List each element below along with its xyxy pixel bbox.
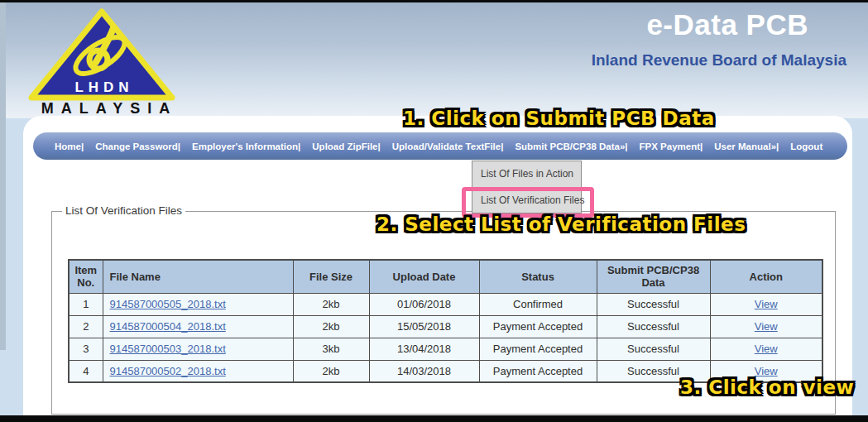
cell-item-no: 1 [69, 293, 103, 315]
nav-item-change-password[interactable]: Change Password| [95, 141, 180, 151]
cell-submit-data: Successful [597, 293, 710, 315]
lhdn-logo: LHDN MALAYSIA [23, 7, 180, 116]
left-edge-strip [0, 2, 6, 350]
cell-file-size: 2kb [293, 293, 369, 315]
nav-item-home[interactable]: Home| [55, 141, 84, 151]
view-link[interactable]: View [755, 365, 778, 377]
edata-pcb-page: LHDN MALAYSIA e-Data PCB Inland Revenue … [0, 0, 868, 422]
table-row: 1 914587000505_2018.txt 2kb 01/06/2018 C… [69, 293, 822, 315]
main-navbar: Home| Change Password| Employer's Inform… [33, 132, 847, 160]
annotation-step3: 3. Click on view [680, 376, 854, 398]
app-title: e-Data PCB [646, 8, 808, 41]
cell-status: Payment Accepted [479, 315, 597, 338]
cell-file-name: 914587000505_2018.txt [103, 293, 293, 315]
view-link[interactable]: View [755, 298, 778, 310]
cell-action: View [710, 315, 822, 338]
cell-item-no: 4 [69, 360, 103, 382]
cell-file-size: 2kb [293, 315, 369, 338]
header-item-no: Item No. [69, 260, 103, 293]
cell-file-size: 2kb [293, 360, 369, 382]
header-upload-date: Upload Date [369, 260, 479, 293]
header-action: Action [710, 260, 822, 293]
annotation-step2: 2. Select List of Verification Files [376, 213, 746, 235]
cell-item-no: 3 [69, 338, 103, 360]
logo-country: MALAYSIA [23, 100, 189, 117]
section-legend: List Of Verification Files [62, 204, 185, 217]
cell-status: Payment Accepted [479, 338, 597, 360]
nav-item-user-manual[interactable]: User Manual»| [714, 141, 779, 151]
file-link[interactable]: 914587000503_2018.txt [110, 343, 226, 355]
cell-status: Confirmed [479, 293, 597, 315]
nav-item-upload-validate-textfile[interactable]: Upload/Validate TextFile| [392, 141, 504, 151]
header-submit-pcb-cp38-data: Submit PCB/CP38 Data [597, 260, 710, 293]
nav-item-employers-information[interactable]: Employer's Information| [192, 141, 300, 151]
table-row: 2 914587000504_2018.txt 2kb 15/05/2018 P… [69, 315, 822, 338]
table-header-row: Item No. File Name File Size Upload Date… [69, 260, 822, 293]
nav-item-submit-pcb-cp38-data[interactable]: Submit PCB/CP38 Data»| [515, 141, 627, 151]
cell-file-name: 914587000503_2018.txt [103, 338, 293, 360]
logo-acronym: LHDN [23, 79, 180, 96]
nav-item-logout[interactable]: Logout [790, 141, 822, 151]
cell-upload-date: 14/03/2018 [369, 360, 479, 382]
bottom-border [0, 415, 868, 422]
annotation-step1: 1. Click on Submit PCB Data [403, 108, 715, 129]
cell-file-size: 3kb [293, 338, 369, 360]
cell-submit-data: Successful [597, 338, 710, 360]
cell-file-name: 914587000502_2018.txt [103, 360, 293, 382]
cell-upload-date: 01/06/2018 [369, 293, 479, 315]
cell-upload-date: 15/05/2018 [369, 315, 479, 338]
table-row: 3 914587000503_2018.txt 3kb 13/04/2018 P… [69, 338, 822, 360]
cell-action: View [710, 338, 822, 360]
cell-file-name: 914587000504_2018.txt [103, 315, 293, 338]
header-status: Status [479, 260, 597, 293]
menu-item-list-of-files-in-action[interactable]: List Of Files in Action [472, 161, 581, 187]
cell-action: View [710, 293, 822, 315]
file-link[interactable]: 914587000505_2018.txt [110, 298, 226, 310]
file-link[interactable]: 914587000502_2018.txt [110, 365, 226, 377]
org-name: Inland Revenue Board of Malaysia [592, 51, 846, 70]
cell-upload-date: 13/04/2018 [369, 338, 479, 360]
cell-status: Payment Accepted [479, 360, 597, 382]
verification-files-table: Item No. File Name File Size Upload Date… [68, 259, 823, 383]
nav-item-fpx-payment[interactable]: FPX Payment| [640, 141, 703, 151]
file-link[interactable]: 914587000504_2018.txt [110, 320, 226, 333]
cell-submit-data: Successful [597, 315, 710, 338]
nav-item-upload-zipfile[interactable]: Upload ZipFile| [312, 141, 380, 151]
header-file-name: File Name [103, 260, 293, 293]
header-file-size: File Size [293, 260, 369, 293]
view-link[interactable]: View [755, 343, 778, 355]
view-link[interactable]: View [755, 320, 778, 333]
cell-item-no: 2 [69, 315, 103, 338]
